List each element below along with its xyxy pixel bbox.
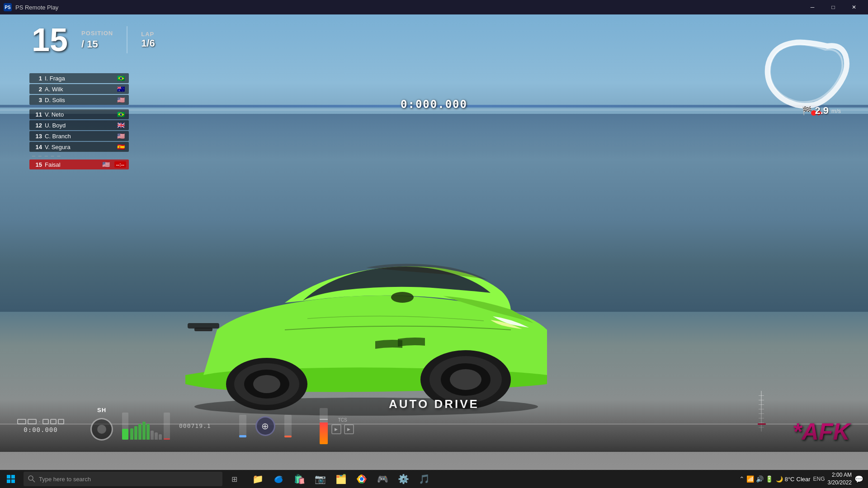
- windows-icon: [6, 474, 15, 483]
- svg-point-31: [360, 477, 363, 481]
- svg-line-28: [33, 480, 35, 482]
- lap-info: LAP 1/6: [141, 31, 155, 49]
- explorer-taskbar-icon[interactable]: 📁: [248, 470, 268, 488]
- search-icon: [28, 475, 35, 483]
- position-info: POSITION / 15: [81, 30, 113, 50]
- right-pedal-indicator: [284, 415, 292, 437]
- table-row: 14 V. Segura 🇪🇸: [29, 142, 129, 152]
- clock-date: 3/20/2022: [828, 479, 852, 487]
- svg-rect-26: [11, 479, 15, 483]
- car-visual: [127, 212, 868, 416]
- svg-point-29: [274, 477, 283, 483]
- lap-timer-mini: 0:00.000: [24, 426, 57, 433]
- clock-time: 2:00 AM: [828, 471, 852, 479]
- network-icon: 📶: [746, 475, 754, 483]
- table-row: 1 I. Fraga 🇧🇷: [29, 73, 129, 83]
- race-timer: 0:000.000: [401, 98, 467, 111]
- ps-icon: PS: [4, 3, 12, 11]
- close-button[interactable]: ✕: [844, 0, 864, 14]
- taskbar-apps: 📁 🛍️ 📷 🗂️: [248, 470, 434, 488]
- svg-rect-25: [7, 479, 10, 483]
- hud-position-lap: 15 POSITION / 15 LAP 1/6: [32, 23, 155, 56]
- svg-rect-24: [11, 475, 15, 479]
- svg-point-9: [253, 375, 280, 393]
- ps-button-icon[interactable]: ⊕: [255, 416, 275, 436]
- files-taskbar-icon[interactable]: 🗂️: [331, 470, 351, 488]
- svg-rect-14: [759, 395, 764, 396]
- lap-value: 1/6: [141, 38, 155, 49]
- svg-rect-23: [7, 475, 10, 479]
- taskbar-search[interactable]: Type here to search: [24, 472, 222, 486]
- clock[interactable]: 2:00 AM 3/20/2022: [828, 471, 852, 487]
- gaming-taskbar-icon[interactable]: 🎮: [373, 470, 392, 488]
- left-pedal-indicator: [239, 415, 246, 437]
- svg-rect-11: [188, 323, 219, 328]
- player-time: --:--: [114, 161, 126, 168]
- titlebar: PS PS Remote Play ─ □ ✕: [0, 0, 868, 14]
- fuel-indicator: [320, 408, 328, 444]
- game-viewport: 15 POSITION / 15 LAP 1/6 1 I. Fraga 🇧🇷 2…: [0, 14, 868, 470]
- battery-icon: 🔋: [765, 475, 773, 483]
- chevron-icon[interactable]: ⌃: [739, 475, 745, 483]
- titlebar-controls: ─ □ ✕: [802, 0, 864, 14]
- odometer: 000719.1: [179, 422, 211, 429]
- table-row: 3 D. Solis 🇺🇸: [29, 95, 129, 105]
- app7-taskbar-icon[interactable]: ⚙️: [393, 470, 413, 488]
- leaderboard-separator: ─ ─ ─ ─ ─: [29, 153, 129, 160]
- table-row: 12 U. Boyd 🇬🇧: [29, 120, 129, 130]
- gear-label: SH: [97, 407, 106, 413]
- minimize-button[interactable]: ─: [802, 0, 823, 14]
- system-tray: ⌃ 📶 🔊 🔋 🌙 8°C Clear ENG 2:00 AM 3/20/202…: [739, 471, 868, 487]
- leaderboard: 1 I. Fraga 🇧🇷 2 A. Wilk 🇦🇺 3 D. Solis 🇺🇸…: [29, 73, 129, 170]
- table-row: 11 V. Neto 🇧🇷: [29, 109, 129, 119]
- chrome-taskbar-icon[interactable]: [352, 470, 372, 488]
- player-row: 15 Faisal 🇺🇸 --:--: [29, 160, 129, 169]
- search-placeholder: Type here to search: [39, 476, 91, 483]
- maximize-button[interactable]: □: [823, 0, 844, 14]
- volume-icon[interactable]: 🔊: [756, 475, 764, 483]
- language-indicator: ENG: [813, 476, 825, 482]
- speed-indicator: 🏁 2.9 m/s: [802, 105, 841, 117]
- weather-info: 🌙 8°C Clear: [776, 476, 811, 483]
- position-number: 15: [32, 23, 68, 56]
- titlebar-left: PS PS Remote Play: [4, 3, 58, 11]
- camera-taskbar-icon[interactable]: 📷: [310, 470, 330, 488]
- store-taskbar-icon[interactable]: 🛍️: [289, 470, 309, 488]
- weather-condition: Clear: [797, 476, 811, 483]
- taskbar: Type here to search ⊞ 📁 🛍️ 📷 🗂️: [0, 470, 868, 488]
- app8-taskbar-icon[interactable]: 🎵: [414, 470, 434, 488]
- position-label: POSITION: [81, 30, 113, 37]
- speed-value: 2.9: [815, 105, 829, 117]
- svg-point-27: [28, 476, 33, 480]
- start-button[interactable]: [0, 470, 22, 488]
- system-icons: ⌃ 📶 🔊 🔋: [739, 475, 773, 483]
- window-title: PS Remote Play: [15, 4, 58, 11]
- svg-point-1: [391, 292, 414, 303]
- task-view-button[interactable]: ⊞: [224, 470, 244, 488]
- weather-icon: 🌙: [776, 476, 783, 483]
- lap-label: LAP: [141, 31, 155, 38]
- speed-icon: 🏁: [802, 106, 812, 116]
- position-total: / 15: [81, 38, 113, 50]
- edge-taskbar-icon[interactable]: [269, 470, 288, 488]
- table-row: 13 C. Branch 🇺🇸: [29, 131, 129, 141]
- speed-unit: m/s: [831, 108, 841, 114]
- bottom-hud: - 0:00.000 SH: [0, 400, 868, 452]
- weather-temp: 8°C: [785, 476, 795, 483]
- notification-icon[interactable]: 💬: [854, 475, 863, 483]
- svg-point-5: [450, 369, 481, 390]
- table-row: 2 A. Wilk 🇦🇺: [29, 84, 129, 94]
- car-svg: [149, 235, 556, 416]
